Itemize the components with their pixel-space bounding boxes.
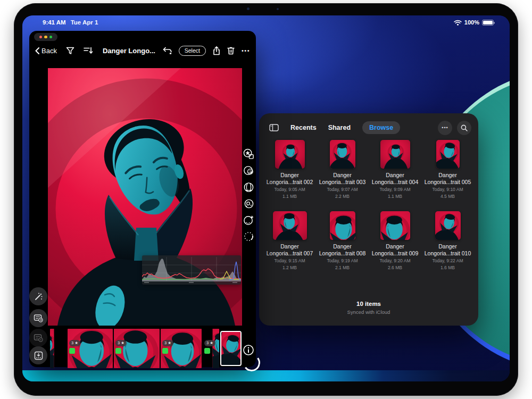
tab-recents[interactable]: Recents <box>290 124 317 131</box>
file-name: DangerLongoria...trait 002 <box>267 172 313 186</box>
battery-percent: 100% <box>464 19 479 26</box>
photo-canvas <box>48 68 242 326</box>
file-thumbnail <box>330 211 355 240</box>
histogram-panel <box>142 255 241 285</box>
share-button[interactable] <box>213 46 220 55</box>
rating-badge: 3 ★ <box>69 340 80 346</box>
thumbnail-badge-group: 3 ★ <box>204 340 215 354</box>
files-window: Recents Shared Browse ••• DangerLongoria… <box>259 113 478 326</box>
file-size: 1.1 MB <box>388 194 402 200</box>
file-name: DangerLongoria...trait 005 <box>425 172 471 186</box>
sort-descending-icon <box>84 47 93 54</box>
file-thumbnail <box>330 140 355 169</box>
paste-adjustments-icon <box>34 334 43 342</box>
target-dotted-circle-icon[interactable] <box>244 198 254 209</box>
sort-button[interactable] <box>84 47 93 54</box>
file-size: 2.1 MB <box>335 265 350 271</box>
more-options-button[interactable]: ••• <box>438 121 452 135</box>
files-toolbar: Recents Shared Browse ••• <box>259 118 478 137</box>
zoom-window-dot[interactable] <box>49 36 53 39</box>
overlapping-circles-icon[interactable] <box>243 165 254 176</box>
file-size: 1.2 MB <box>282 265 297 271</box>
thumbnail-badge-group: 3 ★ <box>69 340 80 354</box>
magic-wand-icon <box>34 292 43 301</box>
face-sparkle-icon[interactable] <box>243 214 255 226</box>
ipad-device: 9:41 AM Tue Apr 1 100% Recents <box>14 3 518 396</box>
dashed-circle-icon[interactable] <box>243 231 254 242</box>
copy-adjustments-button[interactable] <box>29 309 47 327</box>
filmstrip-thumbnail[interactable]: 3 ★ <box>114 329 160 368</box>
file-name: DangerLongoria...trait 009 <box>372 243 419 257</box>
filmstrip-thumbnail[interactable]: 3 ★ <box>203 329 219 368</box>
close-window-dot[interactable] <box>39 36 43 39</box>
file-thumbnail <box>380 211 410 240</box>
copy-adjustments-icon <box>34 314 43 322</box>
wallpaper-cyan-glow <box>22 370 510 381</box>
file-name: DangerLongoria...trait 003 <box>319 172 366 186</box>
file-size: 2.6 MB <box>388 265 402 271</box>
tab-shared[interactable]: Shared <box>328 124 351 131</box>
edited-indicator <box>115 348 121 354</box>
file-thumbnail <box>435 211 461 240</box>
file-name: DangerLongoria...trait 007 <box>267 243 313 257</box>
back-chevron-icon <box>35 47 39 54</box>
photo-editor-window: Back Danger Longo... Select <box>29 31 256 367</box>
filmstrip-thumbnail-selected[interactable] <box>220 331 242 366</box>
file-item[interactable]: DangerLongoria...trait 002 Today, 9:05 A… <box>263 140 316 200</box>
file-date: Today, 9:10 AM <box>433 187 463 193</box>
aperture-lines-icon[interactable] <box>243 181 254 193</box>
file-date: Today, 9:09 AM <box>380 187 411 193</box>
trash-icon <box>227 46 235 55</box>
editor-toolbar: Back Danger Longo... Select <box>29 42 256 59</box>
front-camera-dot <box>247 7 250 10</box>
filmstrip-thumbnail[interactable]: 3 ★ <box>68 329 113 368</box>
thumbnail-filmstrip: 3 ★ 3 ★ 3 ★ 3 ★ <box>50 329 243 368</box>
battery-icon <box>482 20 494 26</box>
undo-button[interactable] <box>163 47 172 55</box>
wifi-icon <box>454 20 462 26</box>
portrait-photo <box>48 68 242 326</box>
rating-badge: 3 ★ <box>162 340 173 346</box>
file-item[interactable]: DangerLongoria...trait 009 Today, 9:20 A… <box>369 211 421 271</box>
file-date: Today, 9:20 AM <box>380 258 411 264</box>
file-size: 1.6 MB <box>440 265 455 271</box>
edited-indicator <box>69 348 75 354</box>
filmstrip-thumbnail[interactable] <box>50 329 66 368</box>
export-tray-icon <box>34 351 43 360</box>
file-item[interactable]: DangerLongoria...trait 005 Today, 9:10 A… <box>421 140 474 200</box>
auto-enhance-button[interactable] <box>29 287 47 305</box>
tool-rail <box>242 148 256 242</box>
files-footer: 10 items Synced with iCloud <box>259 301 478 315</box>
back-label: Back <box>41 47 57 55</box>
back-button[interactable]: Back <box>35 47 57 55</box>
file-size: 1.1 MB <box>282 194 297 200</box>
file-item[interactable]: DangerLongoria...trait 008 Today, 9:19 A… <box>316 211 369 271</box>
window-controls[interactable] <box>34 33 57 41</box>
export-button[interactable] <box>29 346 47 364</box>
delete-button[interactable] <box>227 46 235 55</box>
item-count: 10 items <box>259 301 478 307</box>
sidebar-toggle-button[interactable] <box>266 121 282 135</box>
select-button[interactable]: Select <box>179 46 206 56</box>
paste-adjustments-button-disabled[interactable] <box>29 329 47 347</box>
sparkle-star-icon[interactable] <box>243 148 254 160</box>
filter-button[interactable] <box>66 47 74 55</box>
file-item[interactable]: DangerLongoria...trait 010 Today, 9:22 A… <box>421 211 474 271</box>
editor-more-button[interactable]: ••• <box>242 47 250 54</box>
file-item[interactable]: DangerLongoria...trait 007 Today, 9:15 A… <box>263 211 316 271</box>
edited-indicator <box>162 348 168 354</box>
file-thumbnail <box>436 140 460 169</box>
file-item[interactable]: DangerLongoria...trait 004 Today, 9:09 A… <box>369 140 421 200</box>
ambient-sensor-dot <box>277 8 279 10</box>
filter-funnel-icon <box>66 47 74 55</box>
search-button[interactable] <box>457 121 471 135</box>
edited-indicator <box>204 348 210 354</box>
file-item[interactable]: DangerLongoria...trait 003 Today, 9:07 A… <box>316 140 369 200</box>
tab-browse-active[interactable]: Browse <box>362 121 400 134</box>
minimize-window-dot[interactable] <box>44 36 47 39</box>
filmstrip-thumbnail[interactable]: 3 ★ <box>161 329 202 368</box>
status-bar: 9:41 AM Tue Apr 1 100% <box>22 15 510 29</box>
rating-badge: 3 ★ <box>204 340 215 346</box>
status-date: Tue Apr 1 <box>71 19 98 26</box>
file-date: Today, 9:22 AM <box>433 258 463 264</box>
